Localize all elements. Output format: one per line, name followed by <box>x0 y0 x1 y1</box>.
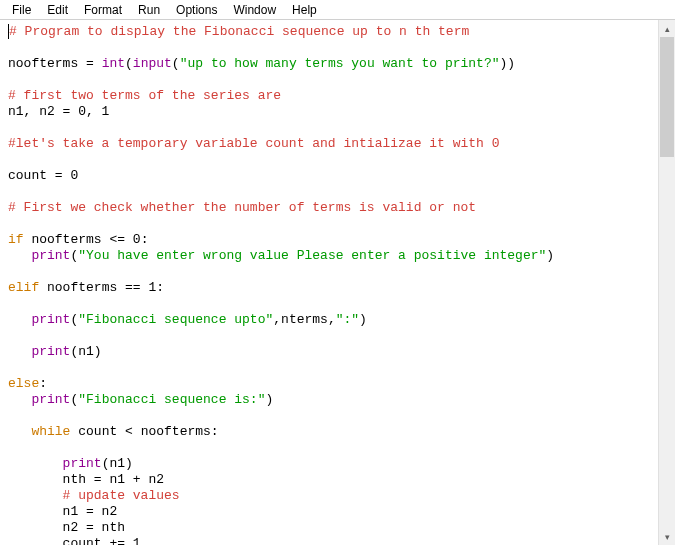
code-text: noofterms <= 0: <box>24 232 149 247</box>
code-text: noofterms == 1: <box>39 280 164 295</box>
code-text: n2 = nth <box>63 520 125 535</box>
code-text: ) <box>265 392 273 407</box>
code-text: ,nterms, <box>273 312 335 327</box>
code-indent <box>8 488 63 503</box>
code-keyword: if <box>8 232 24 247</box>
code-builtin: print <box>31 344 70 359</box>
scroll-up-arrow-icon[interactable]: ▴ <box>659 20 675 37</box>
scroll-thumb[interactable] <box>660 37 674 157</box>
code-string: "Fibonacci sequence upto" <box>78 312 273 327</box>
code-comment: # update values <box>63 488 180 503</box>
editor-area: # Program to display the Fibonacci seque… <box>0 20 675 545</box>
scroll-down-arrow-icon[interactable]: ▾ <box>659 528 675 545</box>
menu-file[interactable]: File <box>4 2 39 18</box>
code-text: ) <box>546 248 554 263</box>
code-indent <box>8 472 63 487</box>
code-comment: # first two terms of the series are <box>8 88 281 103</box>
code-text: : <box>39 376 47 391</box>
code-indent <box>8 312 31 327</box>
code-comment: # First we check whether the number of t… <box>8 200 476 215</box>
code-builtin: int <box>102 56 125 71</box>
code-text: count = 0 <box>8 168 78 183</box>
code-builtin: print <box>31 392 70 407</box>
code-text: (n1) <box>102 456 133 471</box>
code-indent <box>8 504 63 519</box>
code-text: ) <box>359 312 367 327</box>
menu-help[interactable]: Help <box>284 2 325 18</box>
code-indent <box>8 520 63 535</box>
menu-edit[interactable]: Edit <box>39 2 76 18</box>
code-indent <box>8 248 31 263</box>
code-comment: #let's take a temporary variable count a… <box>8 136 499 151</box>
menu-run[interactable]: Run <box>130 2 168 18</box>
code-string: "up to how many terms you want to print?… <box>180 56 500 71</box>
code-builtin: print <box>63 456 102 471</box>
code-indent <box>8 344 31 359</box>
code-string: "You have enter wrong value Please enter… <box>78 248 546 263</box>
code-text: nth = n1 + n2 <box>63 472 164 487</box>
code-text: (n1) <box>70 344 101 359</box>
code-keyword: while <box>31 424 70 439</box>
code-text: n1 = n2 <box>63 504 118 519</box>
code-comment: # Program to display the Fibonacci seque… <box>9 24 469 39</box>
code-indent <box>8 424 31 439</box>
vertical-scrollbar[interactable]: ▴ ▾ <box>658 20 675 545</box>
menu-options[interactable]: Options <box>168 2 225 18</box>
code-text: noofterms <box>8 56 86 71</box>
code-indent <box>8 392 31 407</box>
menu-window[interactable]: Window <box>225 2 284 18</box>
code-keyword: else <box>8 376 39 391</box>
code-text: count += 1 <box>63 536 141 545</box>
code-string: "Fibonacci sequence is:" <box>78 392 265 407</box>
code-text: )) <box>500 56 516 71</box>
code-string: ":" <box>336 312 359 327</box>
menubar: File Edit Format Run Options Window Help <box>0 0 675 20</box>
code-builtin: print <box>31 248 70 263</box>
code-text: count < noofterms: <box>70 424 218 439</box>
code-editor[interactable]: # Program to display the Fibonacci seque… <box>0 20 658 545</box>
code-text: n1, n2 = 0, 1 <box>8 104 109 119</box>
code-indent <box>8 456 63 471</box>
code-builtin: input <box>133 56 172 71</box>
code-indent <box>8 536 63 545</box>
code-text: ( <box>172 56 180 71</box>
code-keyword: elif <box>8 280 39 295</box>
code-text: ( <box>125 56 133 71</box>
code-text: = <box>86 56 102 71</box>
menu-format[interactable]: Format <box>76 2 130 18</box>
code-builtin: print <box>31 312 70 327</box>
